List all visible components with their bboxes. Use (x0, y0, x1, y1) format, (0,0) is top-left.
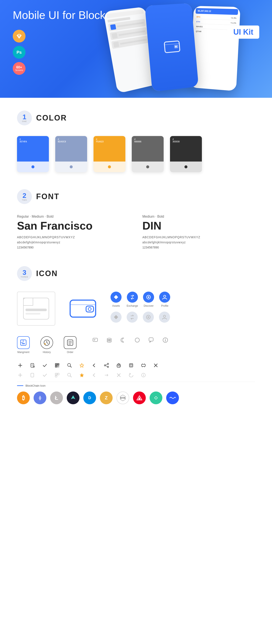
exchange-icon-gray-item (127, 312, 138, 323)
waves-coin (166, 392, 179, 404)
wallet-icon (163, 39, 181, 55)
search-icon (66, 362, 73, 368)
mangment-icon (17, 336, 30, 349)
icon-showcase: Assets Exchange (17, 292, 255, 417)
iota-coin: IOTA (116, 392, 129, 404)
crescent-icon (120, 336, 127, 344)
color-section-header: 1 ONE COLOR (17, 110, 255, 126)
color-swatches: #3574FA #8DA0C8 #F5A623 #666666 (17, 136, 255, 172)
toolbar-icons-row-1 (17, 362, 255, 368)
profile-icon-item: Profile (159, 292, 170, 307)
phone-screen-center (145, 3, 198, 92)
font-title: FONT (36, 192, 60, 201)
svg-point-39 (135, 338, 140, 342)
layers-icon (106, 336, 113, 344)
discover-icon-gray-item (143, 312, 154, 323)
svg-line-68 (106, 364, 107, 365)
svg-rect-24 (22, 343, 25, 344)
svg-point-65 (107, 363, 108, 364)
nav-icons-colored: Assets Exchange (110, 292, 170, 323)
screens-badge: 60+ Screens (13, 62, 26, 75)
circle-icon (134, 336, 141, 344)
svg-point-67 (107, 366, 108, 368)
wings-coin (67, 392, 80, 404)
font-din: Medium · Bold DIN ABCDEFGHIJKLMNOPQRSTUV… (142, 215, 255, 249)
toolbar-icons-row-2 (17, 372, 255, 378)
assets-icon-gray-item (110, 312, 122, 323)
svg-line-88 (70, 376, 72, 377)
settings-icon (116, 362, 122, 368)
nav-icons-row-2-gray (110, 312, 170, 323)
back-icon (91, 362, 97, 368)
speech-bubble-icon (148, 336, 155, 344)
svg-rect-86 (55, 375, 57, 377)
share-icon (103, 362, 110, 368)
svg-point-21 (164, 315, 166, 317)
svg-rect-58 (58, 366, 58, 366)
icon-section-header: 3 THREE ICON (17, 266, 255, 281)
arrows-icon-gray (103, 372, 110, 378)
svg-point-94 (143, 374, 144, 374)
svg-point-43 (165, 338, 166, 339)
assets-icon-item: Assets (110, 292, 122, 307)
svg-rect-74 (142, 364, 145, 366)
svg-point-70 (118, 365, 120, 366)
blockchain-label: BlockChain Icon (17, 384, 255, 387)
color-card-dark: #303030 (170, 136, 202, 172)
zcash-coin: Z (100, 392, 112, 404)
svg-rect-56 (58, 364, 59, 365)
section-number-1: 1 ONE (17, 110, 32, 126)
discover-icon (143, 292, 154, 303)
cross-icon-gray (116, 372, 122, 378)
tool-badges: Ps 60+ Screens (13, 30, 26, 75)
phone-mockups: $6,297,502.12 BTC +2.3% ETH +1.1% WAVES … (106, 0, 272, 98)
exchange-icon-gray (127, 312, 138, 323)
svg-rect-3 (164, 43, 179, 45)
assets-icon-gray (110, 312, 122, 323)
section-number-2: 2 TWO (17, 189, 32, 204)
profile-icon-gray (159, 312, 170, 323)
svg-rect-57 (56, 366, 56, 367)
svg-rect-59 (58, 366, 59, 366)
main-content: 1 ONE COLOR #3574FA #8DA0C8 #F5A623 (0, 110, 272, 417)
svg-rect-55 (56, 364, 56, 365)
misc-icons-row-1 (92, 336, 169, 344)
icon-blueprint-wireframe (17, 292, 55, 326)
svg-rect-12 (86, 306, 94, 312)
icon-title: ICON (36, 269, 58, 278)
svg-marker-64 (80, 364, 84, 367)
kyber-coin (150, 392, 162, 404)
phone-mockup-center (145, 3, 198, 92)
exchange-icon (127, 292, 138, 303)
svg-marker-89 (80, 373, 84, 377)
svg-rect-11 (70, 304, 96, 305)
svg-rect-84 (55, 373, 57, 375)
misc-icons-area (92, 336, 169, 348)
profile-icon-gray-item (159, 312, 170, 323)
font-grid: Regular · Medium · Bold San Francisco AB… (17, 215, 255, 249)
import-icon (128, 362, 134, 368)
eth-coin: ⟠ (34, 392, 46, 404)
font-section-header: 2 TWO FONT (17, 189, 255, 204)
qr-icon (54, 362, 60, 368)
svg-rect-83 (31, 373, 34, 377)
document-icon-gray (29, 372, 36, 378)
ark-coin (133, 392, 146, 404)
section-number-3: 3 THREE (17, 266, 32, 281)
svg-rect-10 (70, 300, 96, 317)
crypto-coins-row: ₿ ⟠ Ł D Z (17, 392, 255, 417)
star-icon (78, 362, 85, 368)
svg-text:IOTA: IOTA (120, 397, 125, 399)
plus-icon (17, 362, 24, 368)
close-icon (152, 362, 159, 368)
svg-line-27 (47, 342, 48, 344)
svg-marker-18 (114, 315, 118, 319)
resize-icon (140, 362, 146, 368)
svg-line-63 (70, 366, 72, 367)
info-circle-icon-gray (140, 372, 146, 378)
svg-rect-60 (58, 367, 58, 367)
ltc-coin: Ł (50, 392, 63, 404)
btc-coin: ₿ (17, 392, 30, 404)
star-icon-accent (78, 372, 85, 378)
icon-main-row: Assets Exchange (17, 292, 255, 326)
